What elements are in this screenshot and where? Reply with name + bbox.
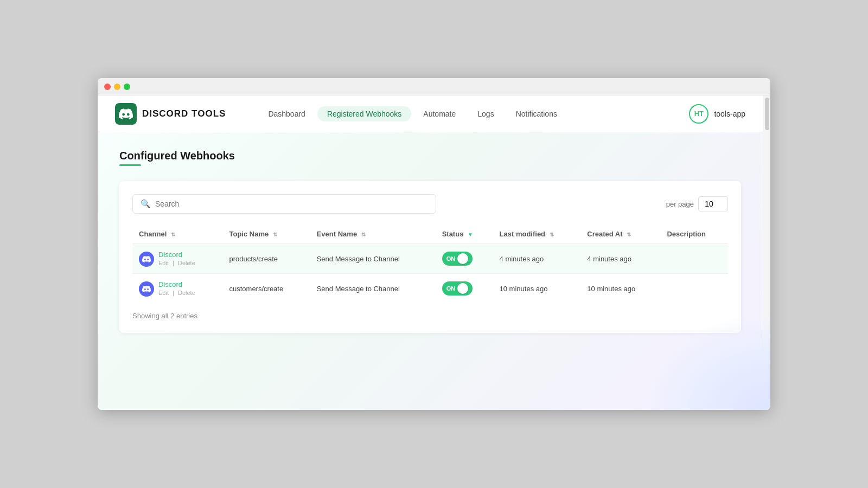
sort-event-icon: ⇅ [361,232,366,237]
header: DISCORD TOOLS Dashboard Registered Webho… [98,95,763,132]
toggle-knob [457,253,468,264]
table-row: Discord Edit | Delete products/createSen… [132,244,728,274]
table-footer: Showing all 2 entries [132,312,728,320]
channel-name: Discord [158,251,195,259]
channel-actions: Edit | Delete [158,260,195,266]
sort-channel-icon: ⇅ [171,232,175,237]
col-created-at[interactable]: Created At ⇅ [580,224,660,244]
table-header: Channel ⇅ Topic Name ⇅ Event Name ⇅ [132,224,728,244]
search-input[interactable] [155,200,428,208]
discord-icon [142,255,151,264]
status-toggle[interactable]: ON [442,281,473,296]
created-at-cell: 10 minutes ago [580,274,660,304]
delete-link[interactable]: Delete [178,290,195,296]
col-status[interactable]: Status ▼ [436,224,493,244]
browser-chrome [98,78,770,95]
channel-discord-icon [139,252,154,267]
event-name-cell: Send Message to Channel [310,274,436,304]
scrollbar-thumb[interactable] [765,98,769,130]
per-page-label: per page [666,200,694,208]
toggle-label: ON [446,255,456,262]
scrollbar[interactable] [763,95,770,410]
search-icon: 🔍 [141,199,151,209]
channel-actions: Edit | Delete [158,290,195,296]
minimize-btn[interactable] [114,84,120,90]
edit-link[interactable]: Edit [158,260,169,266]
avatar[interactable]: HT [689,104,709,124]
channel-name: Discord [158,280,195,288]
table-toolbar: 🔍 per page [132,194,728,214]
logo-icon [115,103,137,125]
nav-notifications[interactable]: Notifications [506,106,567,121]
page-title: Configured Webhooks [119,150,741,162]
webhooks-table: Channel ⇅ Topic Name ⇅ Event Name ⇅ [132,224,728,303]
table-card: 🔍 per page Channel ⇅ [119,181,741,333]
app-name-label: tools-app [714,110,745,118]
per-page-area: per page [666,196,728,211]
channel-cell: Discord Edit | Delete [139,280,216,297]
col-description: Description [660,224,728,244]
nav-logs[interactable]: Logs [468,106,503,121]
search-box[interactable]: 🔍 [132,194,436,214]
nav-dashboard[interactable]: Dashboard [258,106,315,121]
main-content: Configured Webhooks 🔍 per page [98,132,763,355]
status-cell: ON [436,274,493,304]
channel-discord-icon [139,281,154,297]
table-row: Discord Edit | Delete customers/createSe… [132,274,728,304]
nav-registered-webhooks[interactable]: Registered Webhooks [317,106,411,121]
col-last-modified[interactable]: Last modified ⇅ [493,224,581,244]
created-at-cell: 4 minutes ago [580,244,660,274]
delete-link[interactable]: Delete [178,260,195,266]
sort-status-icon: ▼ [468,232,473,237]
col-event-name[interactable]: Event Name ⇅ [310,224,436,244]
discord-logo-icon [119,107,133,121]
col-channel[interactable]: Channel ⇅ [132,224,222,244]
description-cell [660,274,728,304]
description-cell [660,244,728,274]
discord-icon [142,285,151,293]
status-toggle[interactable]: ON [442,252,473,266]
topic-name-cell: customers/create [222,274,310,304]
topic-name-cell: products/create [222,244,310,274]
edit-link[interactable]: Edit [158,290,169,296]
last-modified-cell: 10 minutes ago [493,274,581,304]
title-underline [119,164,141,166]
main-nav: Dashboard Registered Webhooks Automate L… [258,106,689,121]
maximize-btn[interactable] [124,84,130,90]
close-btn[interactable] [104,84,111,90]
event-name-cell: Send Message to Channel [310,244,436,274]
logo-area: DISCORD TOOLS [115,103,226,125]
sort-last-modified-icon: ⇅ [550,232,554,237]
per-page-input[interactable] [698,196,728,211]
status-cell: ON [436,244,493,274]
channel-cell: Discord Edit | Delete [139,251,216,267]
table-body: Discord Edit | Delete products/createSen… [132,244,728,304]
toggle-knob [457,283,468,294]
user-area: HT tools-app [689,104,745,124]
sort-topic-icon: ⇅ [273,232,277,237]
last-modified-cell: 4 minutes ago [493,244,581,274]
nav-automate[interactable]: Automate [413,106,465,121]
col-topic-name[interactable]: Topic Name ⇅ [222,224,310,244]
app-title: DISCORD TOOLS [142,108,226,119]
sort-created-at-icon: ⇅ [627,232,631,237]
toggle-label: ON [446,285,456,292]
